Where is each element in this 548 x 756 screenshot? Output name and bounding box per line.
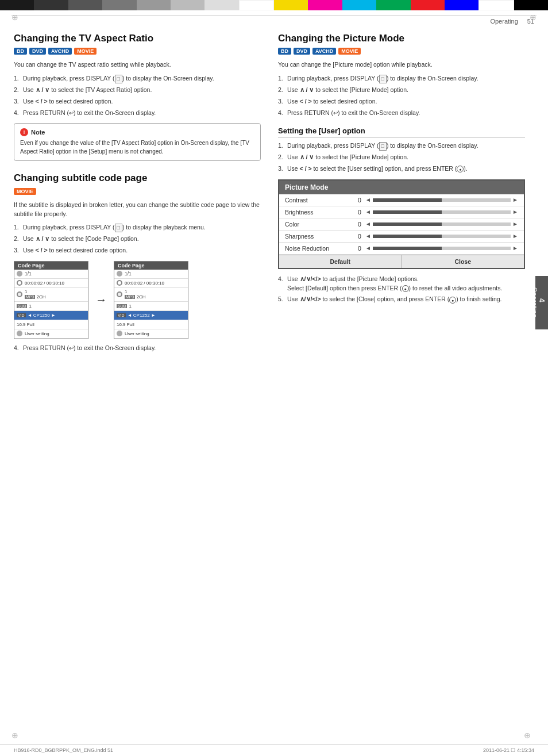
pm-label-brightness: Brightness (285, 209, 354, 216)
pm-fill (373, 198, 442, 202)
intro-subtitle-code: If the subtitle is displayed in broken l… (14, 201, 261, 219)
pm-row-sharpness: Sharpness 0 ◄ ► (279, 231, 524, 243)
display-icon: □ (115, 224, 122, 233)
pm-value-brightness: 0 (354, 209, 365, 216)
close-button[interactable]: Close (402, 255, 524, 268)
radio-icon (117, 291, 122, 297)
default-button[interactable]: Default (279, 255, 402, 268)
row-text: 1MP3 2CH (25, 289, 46, 300)
code-panel-row: SUB 1 (14, 302, 88, 311)
pm-label-noise-reduction: Noise Reduction (285, 245, 354, 252)
row-text: 1/1 (25, 271, 32, 277)
steps-subtitle-step4: Press RETURN (↩) to exit the On-Screen d… (14, 344, 261, 353)
pm-arrow-right: ► (512, 233, 518, 239)
pm-arrow-right: ► (512, 209, 518, 215)
pm-row-contrast: Contrast 0 ◄ ► (279, 194, 524, 206)
color-bar (514, 0, 548, 10)
color-bar (0, 0, 34, 10)
vid-badge: VID (17, 313, 26, 317)
sidebar-tab-number: 4 (538, 287, 546, 313)
list-item: Press RETURN (↩) to exit the On-Screen d… (14, 109, 261, 118)
pm-arrow-right: ► (512, 221, 518, 227)
steps-user-after-panel: Use ∧/∨/</> to adjust the [Picture Mode]… (278, 275, 525, 304)
row-text: ◄ CP1252 ► (128, 313, 156, 318)
compass-mark-bl: ⊕ (11, 731, 18, 740)
chapter-label: Operating (490, 18, 518, 25)
compass-mark-tl: ⊕ (11, 13, 18, 22)
display-icon: □ (379, 142, 387, 151)
section-title-picture-mode: Changing the Picture Mode (278, 33, 525, 44)
bottom-bar: HB916-RD0_BGBRPPK_OM_ENG.indd 51 2011-06… (0, 744, 548, 756)
gear-icon (117, 331, 122, 336)
code-panel-row-selected: VID ◄ CP1250 ► (14, 311, 88, 320)
list-item: Use ∧ / ∨ to select the [TV Aspect Ratio… (14, 86, 261, 95)
right-column: Changing the Picture Mode BD DVD AVCHD M… (278, 33, 525, 359)
page-header: Operating 51 (0, 16, 548, 27)
list-item: During playback, press DISPLAY (□) to di… (278, 141, 525, 151)
list-item: Use ∧ / ∨ to select the [Picture Mode] o… (278, 86, 525, 95)
list-item: Use < / > to select desired option. (278, 97, 525, 106)
color-bar (308, 0, 342, 10)
color-bar (478, 0, 514, 10)
note-header: ! Note (20, 128, 254, 136)
pm-arrow-right: ► (512, 245, 518, 251)
pm-fill (373, 235, 442, 238)
pm-label-contrast: Contrast (285, 197, 354, 204)
pm-track (373, 210, 511, 214)
intro-tv-aspect: You can change the TV aspect ratio setti… (14, 60, 261, 70)
color-bar (411, 0, 445, 10)
pm-arrow-right: ► (512, 197, 518, 203)
color-bar (376, 0, 410, 10)
row-text: 16:9 Full (117, 322, 134, 327)
pm-slider-contrast: ◄ ► (365, 197, 518, 203)
row-text: 1MP3 2CH (125, 289, 146, 300)
section-subtitle-code: Changing subtitle code page MOVIE If the… (14, 172, 261, 352)
color-bar (445, 0, 478, 10)
return-icon: ↩ (69, 345, 74, 351)
subsection-title-user-option: Setting the [User] option (278, 126, 525, 138)
code-panel-row-selected: VID ◄ CP1252 ► (114, 311, 188, 320)
code-panel-row: 00:00:02 / 00:30:10 (114, 279, 188, 288)
color-bar (239, 0, 274, 10)
compass-mark-tr: ⊕ (530, 13, 537, 22)
badge-bd: BD (14, 48, 27, 55)
pm-slider-brightness: ◄ ► (365, 209, 518, 215)
steps-tv-aspect: During playback, press DISPLAY (□) to di… (14, 74, 261, 117)
radio-icon (17, 291, 22, 297)
display-icon: □ (379, 75, 387, 84)
pm-arrow-left: ◄ (365, 221, 371, 227)
row-text: 1 (29, 304, 31, 309)
code-panel-row: 1/1 (14, 270, 88, 279)
row-text: 00:00:02 / 00:30:10 (25, 281, 64, 286)
badge-movie-pm: MOVIE (338, 48, 361, 55)
intro-picture-mode: You can change the [Picture mode] option… (278, 60, 525, 70)
badge-dvd-pm: DVD (294, 48, 310, 55)
vid-badge: VID (117, 313, 126, 317)
note-label: Note (31, 129, 45, 136)
list-item: Use < / > to select desired code option. (14, 246, 261, 255)
enter-icon: ● (449, 297, 456, 304)
pm-value-contrast: 0 (354, 197, 365, 204)
sub-badge: SUB (117, 304, 127, 308)
sidebar-tab: 4 Operating (535, 276, 548, 329)
list-item: Use ∧/∨/</> to select the [Close] option… (278, 295, 525, 304)
pm-label-sharpness: Sharpness (285, 233, 354, 240)
picture-mode-footer: Default Close (279, 255, 524, 268)
color-bar (137, 0, 171, 10)
circle-icon (17, 280, 22, 286)
note-box-tv-aspect: ! Note Even if you change the value of t… (14, 123, 261, 161)
picture-mode-panel-header: Picture Mode (279, 181, 524, 194)
code-panel-before-header: Code Page (14, 262, 88, 270)
list-item: Use < / > to select the [User setting] o… (278, 164, 525, 174)
badges-subtitle: MOVIE (14, 188, 261, 195)
code-panel-row: User setting (114, 329, 188, 339)
enter-icon: ● (402, 285, 409, 292)
enter-icon: ● (457, 166, 464, 172)
pm-slider-noise-reduction: ◄ ► (365, 245, 518, 251)
note-icon: ! (20, 128, 28, 136)
pm-slider-color: ◄ ► (365, 221, 518, 227)
pm-row-noise-reduction: Noise Reduction 0 ◄ ► (279, 243, 524, 255)
code-page-panels: Code Page 1/1 00:00:02 / 00:30:10 1MP3 2… (14, 261, 261, 339)
code-panel-row: 00:00:02 / 00:30:10 (14, 279, 88, 288)
badge-bd-pm: BD (278, 48, 291, 55)
